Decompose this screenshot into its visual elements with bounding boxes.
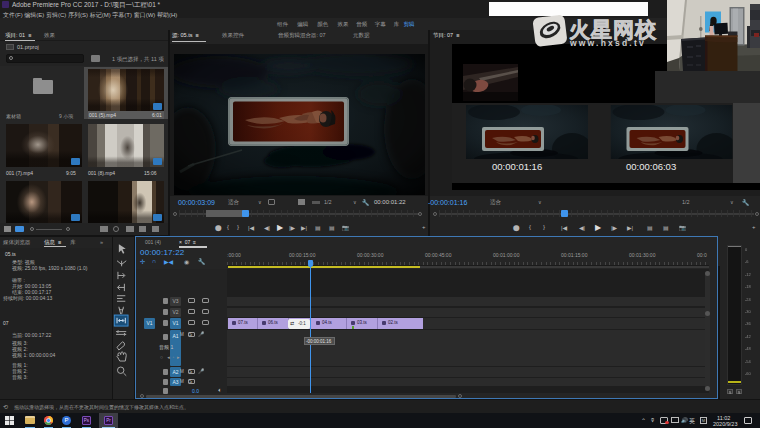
svg-text:www.hxsd.tv: www.hxsd.tv bbox=[569, 38, 646, 48]
